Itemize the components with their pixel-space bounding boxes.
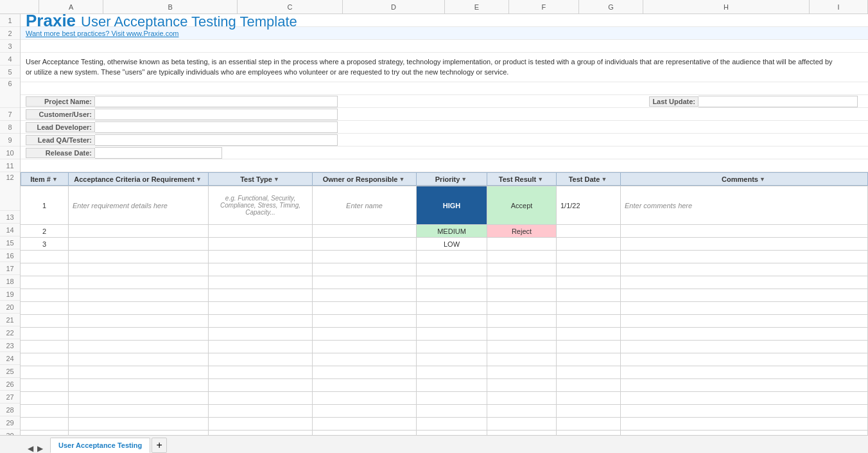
cell-row3-result[interactable] xyxy=(487,238,557,250)
empty-cell[interactable] xyxy=(21,431,69,435)
empty-cell[interactable] xyxy=(209,315,313,327)
filter-owner-button[interactable]: ▼ xyxy=(397,176,406,182)
empty-cell[interactable] xyxy=(21,328,69,340)
filter-comments-button[interactable]: ▼ xyxy=(758,176,767,182)
cell-row1-priority[interactable]: HIGH xyxy=(417,186,487,224)
empty-cell[interactable] xyxy=(209,276,313,289)
cell-row1-comments[interactable]: Enter comments here xyxy=(621,186,868,224)
empty-cell[interactable] xyxy=(313,418,417,430)
empty-cell[interactable] xyxy=(69,379,209,391)
cell-row3-criteria[interactable] xyxy=(69,238,209,250)
empty-cell[interactable] xyxy=(209,251,313,263)
empty-cell[interactable] xyxy=(557,405,621,417)
empty-cell[interactable] xyxy=(557,392,621,404)
cell-row1-owner[interactable]: Enter name xyxy=(313,186,417,224)
empty-cell[interactable] xyxy=(417,289,487,301)
empty-cell[interactable] xyxy=(621,302,868,314)
empty-cell[interactable] xyxy=(209,405,313,417)
empty-cell[interactable] xyxy=(557,263,621,276)
filter-item-button[interactable]: ▼ xyxy=(51,176,59,182)
empty-cell[interactable] xyxy=(69,418,209,430)
empty-cell[interactable] xyxy=(313,315,417,327)
empty-cell[interactable] xyxy=(487,418,557,430)
empty-cell[interactable] xyxy=(487,315,557,327)
empty-cell[interactable] xyxy=(557,418,621,430)
empty-cell[interactable] xyxy=(21,392,69,404)
empty-cell[interactable] xyxy=(21,341,69,353)
empty-cell[interactable] xyxy=(621,392,868,404)
empty-cell[interactable] xyxy=(69,405,209,417)
empty-cell[interactable] xyxy=(487,328,557,340)
empty-cell[interactable] xyxy=(69,289,209,301)
empty-cell[interactable] xyxy=(487,405,557,417)
empty-cell[interactable] xyxy=(557,289,621,301)
empty-cell[interactable] xyxy=(21,353,69,366)
empty-cell[interactable] xyxy=(487,392,557,404)
empty-cell[interactable] xyxy=(621,251,868,263)
empty-cell[interactable] xyxy=(21,418,69,430)
tab-nav-next[interactable]: ▶ xyxy=(35,444,45,453)
filter-priority-button[interactable]: ▼ xyxy=(460,176,468,182)
lead-dev-input[interactable] xyxy=(95,121,338,133)
filter-result-button[interactable]: ▼ xyxy=(536,176,544,182)
empty-cell[interactable] xyxy=(621,431,868,435)
filter-date-button[interactable]: ▼ xyxy=(600,176,608,182)
cell-row1-testtype[interactable]: e.g. Functional, Security, Compliance, S… xyxy=(209,186,313,224)
add-sheet-button[interactable]: + xyxy=(152,438,167,453)
empty-cell[interactable] xyxy=(209,418,313,430)
empty-cell[interactable] xyxy=(69,366,209,378)
empty-cell[interactable] xyxy=(209,341,313,353)
empty-cell[interactable] xyxy=(313,379,417,391)
empty-cell[interactable] xyxy=(487,379,557,391)
empty-cell[interactable] xyxy=(313,276,417,289)
empty-cell[interactable] xyxy=(621,353,868,366)
empty-cell[interactable] xyxy=(557,431,621,435)
empty-cell[interactable] xyxy=(417,251,487,263)
empty-cell[interactable] xyxy=(621,289,868,301)
empty-cell[interactable] xyxy=(621,315,868,327)
empty-cell[interactable] xyxy=(621,328,868,340)
empty-cell[interactable] xyxy=(209,353,313,366)
empty-cell[interactable] xyxy=(557,328,621,340)
cell-row2-testtype[interactable] xyxy=(209,225,313,237)
cell-row1-result[interactable]: Accept xyxy=(487,186,557,224)
empty-cell[interactable] xyxy=(621,366,868,378)
empty-cell[interactable] xyxy=(69,431,209,435)
praxie-link[interactable]: Want more best practices? Visit www.Prax… xyxy=(26,30,178,37)
cell-row2-owner[interactable] xyxy=(313,225,417,237)
empty-cell[interactable] xyxy=(69,302,209,314)
empty-cell[interactable] xyxy=(21,302,69,314)
empty-cell[interactable] xyxy=(487,251,557,263)
empty-cell[interactable] xyxy=(313,405,417,417)
last-update-input[interactable] xyxy=(699,96,858,107)
empty-cell[interactable] xyxy=(557,315,621,327)
empty-cell[interactable] xyxy=(21,276,69,289)
empty-cell[interactable] xyxy=(621,263,868,276)
cell-row3-date[interactable] xyxy=(557,238,621,250)
empty-cell[interactable] xyxy=(487,302,557,314)
empty-cell[interactable] xyxy=(417,405,487,417)
cell-row2-criteria[interactable] xyxy=(69,225,209,237)
empty-cell[interactable] xyxy=(417,379,487,391)
empty-cell[interactable] xyxy=(417,302,487,314)
empty-cell[interactable] xyxy=(69,276,209,289)
empty-cell[interactable] xyxy=(417,366,487,378)
empty-cell[interactable] xyxy=(313,263,417,276)
empty-cell[interactable] xyxy=(621,405,868,417)
lead-qa-input[interactable] xyxy=(95,134,338,146)
empty-cell[interactable] xyxy=(209,392,313,404)
empty-cell[interactable] xyxy=(21,315,69,327)
empty-cell[interactable] xyxy=(69,315,209,327)
empty-cell[interactable] xyxy=(313,392,417,404)
cell-row3-priority[interactable]: LOW xyxy=(417,238,487,250)
empty-cell[interactable] xyxy=(69,392,209,404)
empty-cell[interactable] xyxy=(487,431,557,435)
empty-cell[interactable] xyxy=(69,328,209,340)
empty-cell[interactable] xyxy=(209,431,313,435)
empty-cell[interactable] xyxy=(313,328,417,340)
cell-row3-testtype[interactable] xyxy=(209,238,313,250)
empty-cell[interactable] xyxy=(417,392,487,404)
empty-cell[interactable] xyxy=(21,251,69,263)
empty-cell[interactable] xyxy=(209,263,313,276)
empty-cell[interactable] xyxy=(69,353,209,366)
